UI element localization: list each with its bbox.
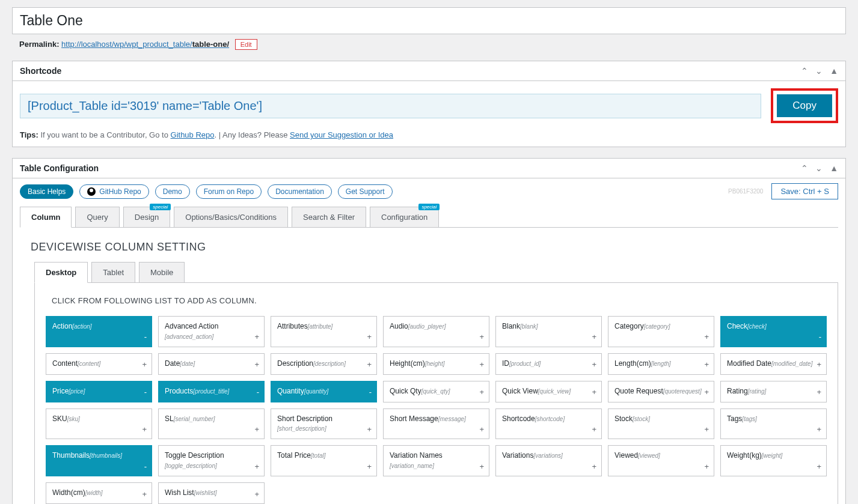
column-weight-kg-[interactable]: Weight(kg)[weight]+ — [720, 445, 827, 476]
column-action[interactable]: Action[action]- — [46, 316, 152, 347]
column-height-cm-[interactable]: Height(cm)[height]+ — [383, 353, 489, 375]
edit-permalink-button[interactable]: Edit — [235, 39, 257, 50]
device-panel: CLICK FROM FOLLOWING LIST TO ADD AS COLU… — [34, 282, 838, 504]
plus-icon: + — [254, 332, 259, 342]
column-sl[interactable]: SL[serial_number]+ — [158, 408, 265, 440]
pill-demo[interactable]: Demo — [155, 184, 190, 199]
plus-icon: + — [817, 424, 821, 435]
shortcode-panel: Shortcode ⌃ ⌄ ▲ Copy Tips: If you want t… — [12, 61, 846, 147]
column-quote-request[interactable]: Quote Request[quoterequest]+ — [608, 381, 714, 402]
pill-get-support[interactable]: Get Support — [338, 184, 393, 199]
column-sku[interactable]: SKU[sku]+ — [46, 408, 152, 440]
plus-icon: + — [367, 424, 372, 435]
column-tags[interactable]: Tags[tags]+ — [720, 408, 827, 440]
plus-icon: + — [592, 332, 596, 342]
triangle-up-icon[interactable]: ▲ — [830, 66, 838, 76]
pill-forum-on-repo[interactable]: Forum on Repo — [196, 184, 262, 199]
permalink-row: Permalink: http://localhost/wp/wpt_produ… — [12, 34, 846, 50]
shortcode-panel-title: Shortcode — [20, 66, 61, 76]
column-total-price[interactable]: Total Price[total]+ — [271, 445, 377, 476]
save-code: PB061F3200 — [728, 188, 763, 195]
column-date[interactable]: Date[date]+ — [158, 353, 265, 375]
section-heading: DEVICEWISE COLUMN SETTING — [31, 241, 838, 254]
special-badge: special — [150, 204, 171, 210]
title-panel — [12, 7, 846, 34]
column-variations[interactable]: Variations[variations]+ — [495, 445, 602, 476]
minus-icon: - — [369, 387, 372, 398]
plus-icon: + — [142, 359, 147, 370]
column-audio[interactable]: Audio[audio_player]+ — [383, 316, 489, 347]
plus-icon: + — [479, 424, 484, 435]
shortcode-input[interactable] — [20, 94, 761, 118]
tab-options-basics-conditions[interactable]: Options/Basics/Conditions — [174, 207, 288, 227]
plus-icon: + — [704, 332, 709, 342]
plus-icon: + — [704, 359, 709, 370]
column-price[interactable]: Price[price]- — [46, 381, 152, 402]
column-toggle-description[interactable]: Toggle Description[toggle_description]+ — [158, 445, 265, 476]
save-button[interactable]: Save: Ctrl + S — [771, 183, 838, 199]
chevron-up-icon[interactable]: ⌃ — [801, 66, 808, 76]
column-shortcode[interactable]: Shortcode[shortcode]+ — [495, 408, 602, 440]
plus-icon: + — [142, 489, 147, 500]
column-description[interactable]: Description[description]+ — [271, 353, 377, 375]
plus-icon: + — [817, 461, 821, 472]
minus-icon: - — [819, 332, 821, 342]
column-content[interactable]: Content[content]+ — [46, 353, 152, 375]
pill-github-repo[interactable]: GitHub Repo — [79, 184, 149, 199]
plus-icon: + — [704, 387, 709, 398]
tab-search-filter[interactable]: Search & Filter — [292, 207, 366, 227]
device-tab-tablet[interactable]: Tablet — [91, 262, 135, 282]
column-blank[interactable]: Blank[blank]+ — [495, 316, 602, 347]
column-length-cm-[interactable]: Length(cm)[length]+ — [608, 353, 714, 375]
tab-design[interactable]: Designspecial — [123, 207, 170, 227]
column-viewed[interactable]: Viewed[viewed]+ — [608, 445, 714, 476]
column-quick-qty[interactable]: Quick Qty[quick_qty]+ — [383, 381, 489, 402]
plus-icon: + — [254, 424, 259, 435]
pill-basic-helps[interactable]: Basic Helps — [20, 184, 73, 199]
column-id[interactable]: ID[product_id]+ — [495, 353, 602, 375]
column-quick-view[interactable]: Quick View[quick_view]+ — [495, 381, 602, 402]
chevron-down-icon[interactable]: ⌄ — [815, 66, 823, 76]
permalink-link[interactable]: http://localhost/wp/wpt_product_table/ta… — [61, 40, 229, 49]
github-repo-link[interactable]: Github Repo — [171, 130, 215, 139]
title-input[interactable] — [20, 13, 838, 29]
chevron-down-icon[interactable]: ⌄ — [815, 163, 823, 173]
plus-icon: + — [367, 461, 372, 472]
minus-icon: - — [144, 387, 147, 398]
plus-icon: + — [592, 461, 596, 472]
column-check[interactable]: Check[check]- — [720, 316, 827, 347]
plus-icon: + — [479, 387, 484, 398]
column-category[interactable]: Category[category]+ — [608, 316, 714, 347]
column-wish-list[interactable]: Wish List[wishlist]+ — [158, 482, 265, 504]
plus-icon: + — [817, 387, 821, 398]
chevron-up-icon[interactable]: ⌃ — [801, 163, 808, 173]
plus-icon: + — [592, 359, 596, 370]
pill-documentation[interactable]: Documentation — [268, 184, 332, 199]
column-products[interactable]: Products[product_title]- — [158, 381, 265, 402]
device-tab-mobile[interactable]: Mobile — [139, 262, 185, 282]
column-modified-date[interactable]: Modified Date[modified_date]+ — [720, 353, 827, 375]
triangle-up-icon[interactable]: ▲ — [830, 163, 838, 173]
column-short-message[interactable]: Short Message[message]+ — [383, 408, 489, 440]
plus-icon: + — [704, 461, 709, 472]
minus-icon: - — [257, 387, 259, 398]
column-rating[interactable]: Rating[rating]+ — [720, 381, 827, 402]
column-width-cm-[interactable]: Width(cm)[width]+ — [46, 482, 152, 504]
column-stock[interactable]: Stock[stock]+ — [608, 408, 714, 440]
plus-icon: + — [479, 332, 484, 342]
copy-highlight-box: Copy — [771, 88, 838, 123]
column-attributes[interactable]: Attributes[attribute]+ — [271, 316, 377, 347]
column-thumbnails[interactable]: Thumbnails[thumbnails]- — [46, 445, 152, 476]
device-tab-desktop[interactable]: Desktop — [34, 262, 88, 283]
plus-icon: + — [367, 332, 372, 342]
tab-query[interactable]: Query — [75, 207, 119, 227]
minus-icon: - — [144, 332, 147, 342]
column-variation-names[interactable]: Variation Names[variation_name]+ — [383, 445, 489, 476]
suggestion-link[interactable]: Send your Suggestion or Idea — [290, 130, 393, 139]
tab-column[interactable]: Column — [20, 207, 72, 228]
column-short-description[interactable]: Short Description[short_description]+ — [271, 408, 377, 440]
tab-configuration[interactable]: Configurationspecial — [370, 207, 439, 227]
column-advanced-action[interactable]: Advanced Action[advanced_action]+ — [158, 316, 265, 347]
column-quantity[interactable]: Quantity[quantity]- — [271, 381, 377, 402]
copy-button[interactable]: Copy — [777, 94, 832, 117]
